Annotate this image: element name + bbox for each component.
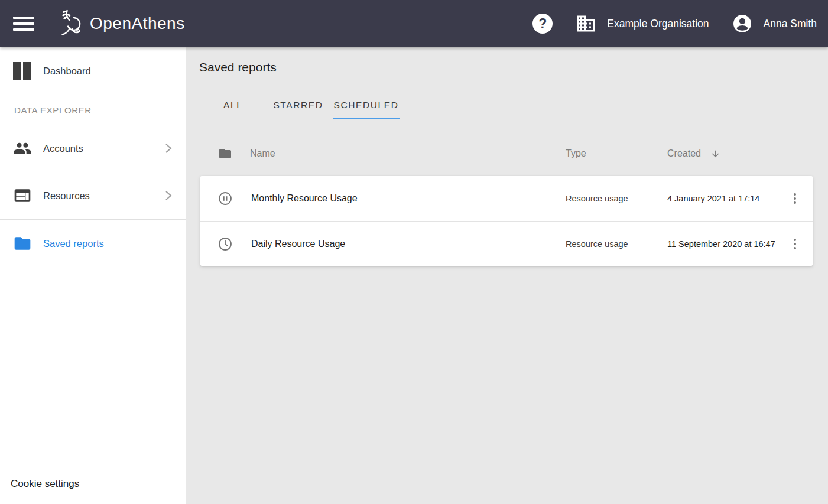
organisation-menu[interactable]: Example Organisation (575, 13, 709, 34)
sidebar-item-saved-reports[interactable]: Saved reports (0, 220, 186, 267)
sidebar-section-data-explorer: DATA EXPLORER (0, 95, 186, 125)
report-type: Resource usage (566, 239, 667, 249)
folder-header-icon (200, 147, 250, 161)
report-created: 11 September 2020 at 16:47 (667, 239, 777, 249)
report-name: Daily Resource Usage (250, 239, 566, 249)
sidebar-item-label: Resources (43, 190, 165, 201)
report-type: Resource usage (566, 194, 667, 203)
help-icon[interactable]: ? (532, 14, 553, 34)
table-row[interactable]: Daily Resource Usage Resource usage 11 S… (200, 221, 813, 266)
sidebar: Dashboard DATA EXPLORER Accounts (0, 47, 186, 504)
page-title: Saved reports (199, 60, 828, 74)
main-content: Saved reports ALL STARRED SCHEDULED Name… (186, 47, 828, 504)
user-menu[interactable]: Anna Smith (732, 13, 817, 34)
clock-icon (200, 236, 250, 252)
people-icon (13, 139, 32, 158)
report-name: Monthly Resource Usage (250, 193, 566, 204)
sort-descending-icon (710, 149, 720, 159)
sidebar-item-label: Accounts (43, 143, 165, 154)
tab-starred[interactable]: STARRED (272, 91, 324, 119)
pause-circle-icon (200, 191, 250, 206)
openathens-logo[interactable]: OpenAthens (56, 8, 185, 40)
sidebar-item-accounts[interactable]: Accounts (0, 125, 186, 172)
organisation-name: Example Organisation (607, 18, 709, 30)
dashboard-grid-icon (13, 62, 32, 80)
logo-wordmark: OpenAthens (90, 14, 185, 33)
folder-icon (13, 234, 32, 253)
saved-reports-list: Monthly Resource Usage Resource usage 4 … (200, 176, 813, 266)
openathens-logo-mark-icon (56, 8, 86, 40)
tab-all[interactable]: ALL (222, 91, 243, 119)
row-menu-icon[interactable] (790, 190, 800, 207)
sidebar-item-resources[interactable]: Resources (0, 172, 186, 219)
table-header-row: Name Type Created (200, 136, 813, 171)
sidebar-item-label: Dashboard (43, 66, 172, 77)
chevron-right-icon (165, 190, 172, 201)
row-menu-icon[interactable] (790, 235, 800, 253)
organisation-building-icon (575, 13, 596, 34)
sidebar-item-dashboard[interactable]: Dashboard (0, 47, 186, 95)
column-header-name[interactable]: Name (250, 148, 566, 159)
report-created: 4 January 2021 at 17:14 (667, 194, 777, 203)
app-bar: OpenAthens ? Example Organisation An (0, 0, 828, 47)
cookie-settings-link[interactable]: Cookie settings (11, 478, 79, 490)
user-avatar-icon (732, 13, 753, 34)
sidebar-item-label: Saved reports (43, 238, 172, 249)
table-row[interactable]: Monthly Resource Usage Resource usage 4 … (200, 176, 813, 221)
web-layout-icon (13, 186, 32, 205)
saved-reports-tabs: ALL STARRED SCHEDULED (222, 91, 828, 119)
column-header-created[interactable]: Created (667, 148, 777, 159)
menu-icon[interactable] (13, 13, 34, 34)
tab-scheduled[interactable]: SCHEDULED (333, 91, 400, 119)
column-header-type[interactable]: Type (566, 148, 667, 159)
chevron-right-icon (165, 142, 172, 154)
user-name: Anna Smith (764, 18, 817, 30)
